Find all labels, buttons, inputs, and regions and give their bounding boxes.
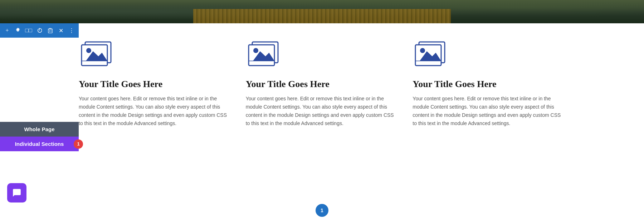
more-options-icon[interactable]: ⋮	[67, 26, 76, 35]
column-3-text: Your content goes here. Edit or remove t…	[413, 95, 565, 128]
side-panel: Whole Page Individual Sections 1	[0, 122, 79, 151]
settings-icon[interactable]	[14, 26, 22, 35]
column-2-text: Your content goes here. Edit or remove t…	[246, 95, 399, 128]
column-1-title: Your Title Goes Here	[79, 79, 162, 90]
trash-icon[interactable]	[46, 26, 54, 35]
individual-sections-button[interactable]: Individual Sections 1	[0, 137, 79, 151]
column-1: Your Title Goes Here Your content goes h…	[79, 38, 231, 128]
whole-page-button[interactable]: Whole Page	[0, 122, 79, 137]
image-placeholder-1	[79, 38, 118, 72]
column-1-text: Your content goes here. Edit or remove t…	[79, 95, 231, 128]
image-placeholder-3	[413, 38, 452, 72]
svg-point-16	[420, 48, 425, 53]
image-placeholder-2	[246, 38, 285, 72]
column-3: Your Title Goes Here Your content goes h…	[413, 38, 565, 128]
add-icon[interactable]: +	[3, 26, 11, 35]
individual-sections-badge: 1	[74, 139, 83, 149]
svg-point-6	[86, 48, 91, 53]
individual-sections-label: Individual Sections	[15, 141, 64, 147]
main-content: Your Title Goes Here Your content goes h…	[0, 23, 644, 224]
column-2: Your Title Goes Here Your content goes h…	[246, 38, 399, 128]
pagination-indicator[interactable]: 1	[316, 204, 328, 217]
floating-action-button[interactable]	[7, 183, 26, 202]
svg-rect-0	[48, 29, 52, 33]
toolbar: + □□ ✕ ⋮	[0, 23, 79, 38]
top-banner	[0, 0, 644, 23]
columns-container: Your Title Goes Here Your content goes h…	[79, 38, 565, 128]
close-icon[interactable]: ✕	[57, 26, 65, 35]
power-icon[interactable]	[35, 26, 44, 35]
column-3-title: Your Title Goes Here	[413, 79, 496, 90]
duplicate-icon[interactable]: □□	[24, 26, 33, 35]
svg-point-11	[253, 48, 258, 53]
column-2-title: Your Title Goes Here	[246, 79, 330, 90]
